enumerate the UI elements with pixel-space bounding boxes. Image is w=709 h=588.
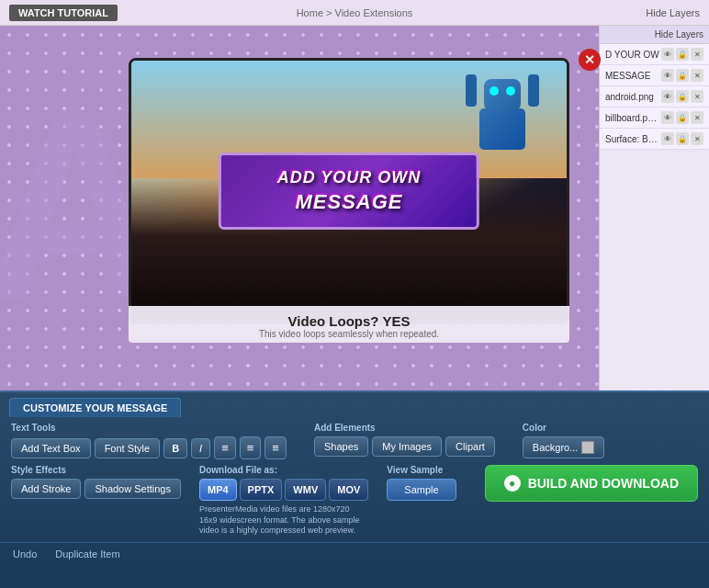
top-bar: WATCH TUTORIAL Home > Video Extensions H… — [0, 0, 709, 26]
layer-eye-btn[interactable]: 👁 — [661, 132, 674, 145]
layer-lock-btn[interactable]: 🔒 — [676, 69, 689, 82]
layer-eye-btn[interactable]: 👁 — [661, 111, 674, 124]
layer-item[interactable]: D YOUR OW 👁 🔒 ✕ — [600, 44, 709, 65]
billboard-message: ADD YOUR OWN MESSAGE — [219, 153, 479, 230]
duplicate-item-btn[interactable]: Duplicate Item — [55, 547, 119, 561]
layer-name: android.png — [605, 92, 659, 102]
layer-eye-btn[interactable]: 👁 — [661, 69, 674, 82]
text-tools-section: Text Tools Add Text Box Font Style B I ≡… — [11, 423, 287, 459]
color-label: Color — [523, 423, 605, 433]
style-effects-label: Style Effects — [11, 465, 181, 475]
billboard-line2: MESSAGE — [244, 191, 454, 213]
layer-del-btn[interactable]: ✕ — [691, 132, 703, 145]
layer-lock-btn[interactable]: 🔒 — [676, 48, 689, 61]
canvas-area: A Hide Layers D YOUR OW 👁 🔒 ✕ MESSAGE 👁 … — [0, 26, 709, 412]
build-download-section: ● BUILD AND DOWNLOAD — [485, 465, 698, 502]
layer-lock-btn[interactable]: 🔒 — [676, 111, 689, 124]
bottom-toolbar: CUSTOMIZE YOUR MESSAGE Text Tools Add Te… — [0, 390, 709, 588]
download-note: PresenterMedia video files are 1280x720 … — [199, 504, 360, 537]
download-label: Download File as: — [199, 465, 368, 475]
layer-item[interactable]: android.png 👁 🔒 ✕ — [600, 86, 709, 107]
customize-tab: CUSTOMIZE YOUR MESSAGE — [9, 398, 181, 417]
billboard-line1: ADD YOUR OWN — [244, 169, 454, 187]
layer-del-btn[interactable]: ✕ — [691, 90, 703, 103]
background-label: Backgro... — [533, 442, 579, 453]
add-text-box-btn[interactable]: Add Text Box — [11, 438, 91, 458]
breadcrumb: Home > Video Extensions — [297, 7, 413, 18]
build-icon: ● — [504, 475, 521, 492]
layer-item[interactable]: MESSAGE 👁 🔒 ✕ — [600, 65, 709, 86]
layer-del-btn[interactable]: ✕ — [691, 69, 703, 82]
italic-btn[interactable]: I — [191, 438, 210, 458]
close-preview-btn[interactable]: ✕ — [579, 49, 601, 71]
text-tools-label: Text Tools — [11, 423, 287, 433]
build-download-btn[interactable]: ● BUILD AND DOWNLOAD — [485, 465, 698, 502]
layers-header[interactable]: Hide Layers — [600, 26, 709, 44]
layer-name: billboard.pn... — [605, 113, 659, 123]
video-loops-banner: Video Loops? YES This video loops seamle… — [129, 306, 569, 343]
hide-layers-btn[interactable]: Hide Layers — [646, 7, 700, 18]
video-preview: ADD YOUR OWN MESSAGE — [129, 58, 569, 324]
my-images-btn[interactable]: My Images — [372, 436, 442, 457]
watch-tutorial-btn[interactable]: WATCH TUTORIAL — [9, 5, 118, 21]
wmv-btn[interactable]: WMV — [285, 479, 326, 501]
font-style-btn[interactable]: Font Style — [95, 438, 161, 458]
layer-name: Surface: Background — [605, 134, 659, 144]
layer-eye-btn[interactable]: 👁 — [661, 48, 674, 61]
clipart-btn[interactable]: Clipart — [445, 436, 495, 457]
add-stroke-btn[interactable]: Add Stroke — [11, 479, 81, 499]
download-section: Download File as: MP4 PPTX WMV MOV Prese… — [199, 465, 368, 537]
color-section: Color Backgro... — [523, 423, 605, 459]
toolbar-footer: Undo Duplicate Item — [0, 542, 709, 561]
layer-name: D YOUR OW — [605, 50, 659, 60]
add-elements-label: Add Elements — [314, 423, 495, 433]
layer-del-btn[interactable]: ✕ — [691, 48, 703, 61]
color-swatch — [581, 441, 594, 454]
align-left-btn[interactable]: ≡ — [214, 436, 236, 459]
layer-item[interactable]: billboard.pn... 👁 🔒 ✕ — [600, 107, 709, 129]
style-effects-section: Style Effects Add Stroke Shadow Settings — [11, 465, 181, 499]
bold-btn[interactable]: B — [163, 438, 187, 458]
layer-item[interactable]: Surface: Background 👁 🔒 ✕ — [600, 129, 709, 150]
layer-del-btn[interactable]: ✕ — [691, 111, 703, 124]
layers-panel: Hide Layers D YOUR OW 👁 🔒 ✕ MESSAGE 👁 🔒 … — [599, 26, 709, 412]
mov-btn[interactable]: MOV — [329, 479, 368, 501]
align-right-btn[interactable]: ≡ — [264, 436, 287, 459]
mp4-btn[interactable]: MP4 — [199, 479, 237, 501]
view-sample-label: View Sample — [387, 465, 456, 475]
video-loops-title: Video Loops? YES — [129, 313, 569, 329]
layer-name: MESSAGE — [605, 71, 659, 81]
view-sample-section: View Sample Sample — [387, 465, 456, 501]
shapes-btn[interactable]: Shapes — [314, 436, 368, 457]
layer-lock-btn[interactable]: 🔒 — [676, 90, 689, 103]
add-elements-section: Add Elements Shapes My Images Clipart — [314, 423, 495, 459]
shadow-settings-btn[interactable]: Shadow Settings — [84, 479, 181, 499]
video-loops-sub: This video loops seamlessly when repeate… — [129, 329, 569, 339]
sample-btn[interactable]: Sample — [387, 479, 456, 501]
align-center-btn[interactable]: ≡ — [240, 436, 262, 459]
layer-lock-btn[interactable]: 🔒 — [676, 132, 689, 145]
build-download-label: BUILD AND DOWNLOAD — [528, 476, 679, 491]
undo-btn[interactable]: Undo — [13, 547, 37, 561]
pptx-btn[interactable]: PPTX — [240, 479, 283, 501]
background-color-btn[interactable]: Backgro... — [523, 436, 605, 458]
layer-eye-btn[interactable]: 👁 — [661, 90, 674, 103]
